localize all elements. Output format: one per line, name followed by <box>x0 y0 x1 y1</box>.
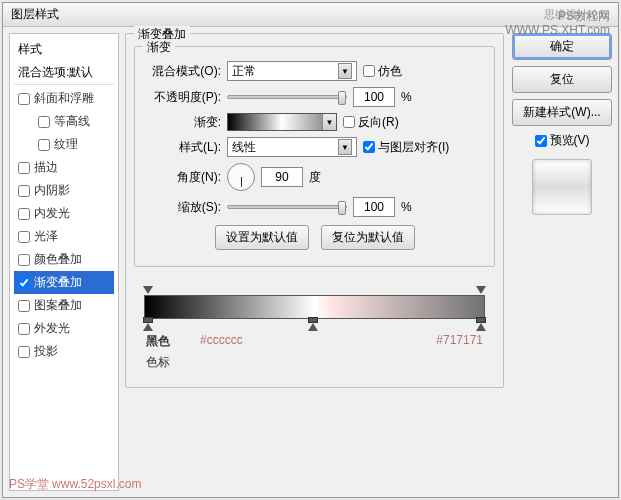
sidebar-item-5[interactable]: 内发光 <box>14 202 114 225</box>
watermark-bottom: PS学堂 www.52psxl.com <box>9 476 141 493</box>
reverse-checkbox[interactable]: 反向(R) <box>343 114 399 131</box>
gradient-annotations: 黑色 #cccccc #717171 <box>146 333 483 350</box>
blend-mode-select[interactable]: 正常▼ <box>227 61 357 81</box>
opacity-slider[interactable] <box>227 95 347 99</box>
chevron-down-icon: ▼ <box>338 139 352 155</box>
scale-label: 缩放(S): <box>145 199 221 216</box>
chevron-down-icon: ▼ <box>338 63 352 79</box>
sidebar-item-0[interactable]: 斜面和浮雕 <box>14 87 114 110</box>
cancel-button[interactable]: 复位 <box>512 66 612 93</box>
angle-input[interactable]: 90 <box>261 167 303 187</box>
align-checkbox[interactable]: 与图层对齐(I) <box>363 139 449 156</box>
main-area: 渐变叠加 渐变 混合模式(O): 正常▼ 仿色 不透明度(P): <box>125 33 612 491</box>
blend-mode-label: 混合模式(O): <box>145 63 221 80</box>
gradient-editor: 黑色 #cccccc #717171 色标 <box>134 275 495 379</box>
sidebar-subheader[interactable]: 混合选项:默认 <box>14 61 114 85</box>
sidebar-item-8[interactable]: 渐变叠加 <box>14 271 114 294</box>
sidebar-item-3[interactable]: 描边 <box>14 156 114 179</box>
styles-sidebar: 样式 混合选项:默认 斜面和浮雕等高线纹理描边内阴影内发光光泽颜色叠加渐变叠加图… <box>9 33 119 491</box>
sidebar-item-6[interactable]: 光泽 <box>14 225 114 248</box>
gradient-group: 渐变 混合模式(O): 正常▼ 仿色 不透明度(P): 100 <box>134 46 495 267</box>
angle-dial[interactable] <box>227 163 255 191</box>
preview-checkbox[interactable]: 预览(V) <box>512 132 612 149</box>
make-default-button[interactable]: 设置为默认值 <box>215 225 309 250</box>
sidebar-item-10[interactable]: 外发光 <box>14 317 114 340</box>
action-column: 确定 复位 新建样式(W)... 预览(V) <box>512 33 612 491</box>
angle-label: 角度(N): <box>145 169 221 186</box>
sidebar-item-7[interactable]: 颜色叠加 <box>14 248 114 271</box>
gradient-strip[interactable] <box>144 295 485 319</box>
stops-label: 色标 <box>146 354 483 371</box>
layer-style-dialog: 图层样式 思缘设计论坛 PS教程网 WWW.PS.XHT.com 样式 混合选项… <box>2 2 619 498</box>
sidebar-item-2[interactable]: 纹理 <box>14 133 114 156</box>
sidebar-item-1[interactable]: 等高线 <box>14 110 114 133</box>
scale-slider[interactable] <box>227 205 347 209</box>
reset-default-button[interactable]: 复位为默认值 <box>321 225 415 250</box>
gradient-group-title: 渐变 <box>143 39 175 56</box>
dialog-title: 图层样式 <box>11 6 59 23</box>
style-label: 样式(L): <box>145 139 221 156</box>
chevron-down-icon: ▼ <box>322 114 336 130</box>
sidebar-item-9[interactable]: 图案叠加 <box>14 294 114 317</box>
gradient-label: 渐变: <box>145 114 221 131</box>
gradient-overlay-group: 渐变叠加 渐变 混合模式(O): 正常▼ 仿色 不透明度(P): <box>125 33 504 388</box>
preview-swatch <box>532 159 592 215</box>
opacity-input[interactable]: 100 <box>353 87 395 107</box>
style-select[interactable]: 线性▼ <box>227 137 357 157</box>
dither-checkbox[interactable]: 仿色 <box>363 63 402 80</box>
new-style-button[interactable]: 新建样式(W)... <box>512 99 612 126</box>
settings-panel: 渐变叠加 渐变 混合模式(O): 正常▼ 仿色 不透明度(P): <box>125 33 504 491</box>
watermark-top: PS教程网 WWW.PS.XHT.com <box>505 9 610 38</box>
sidebar-header[interactable]: 样式 <box>14 38 114 61</box>
gradient-picker[interactable]: ▼ <box>227 113 337 131</box>
scale-input[interactable]: 100 <box>353 197 395 217</box>
sidebar-item-11[interactable]: 投影 <box>14 340 114 363</box>
content: 样式 混合选项:默认 斜面和浮雕等高线纹理描边内阴影内发光光泽颜色叠加渐变叠加图… <box>3 27 618 497</box>
sidebar-items: 斜面和浮雕等高线纹理描边内阴影内发光光泽颜色叠加渐变叠加图案叠加外发光投影 <box>14 87 114 363</box>
opacity-label: 不透明度(P): <box>145 89 221 106</box>
sidebar-item-4[interactable]: 内阴影 <box>14 179 114 202</box>
